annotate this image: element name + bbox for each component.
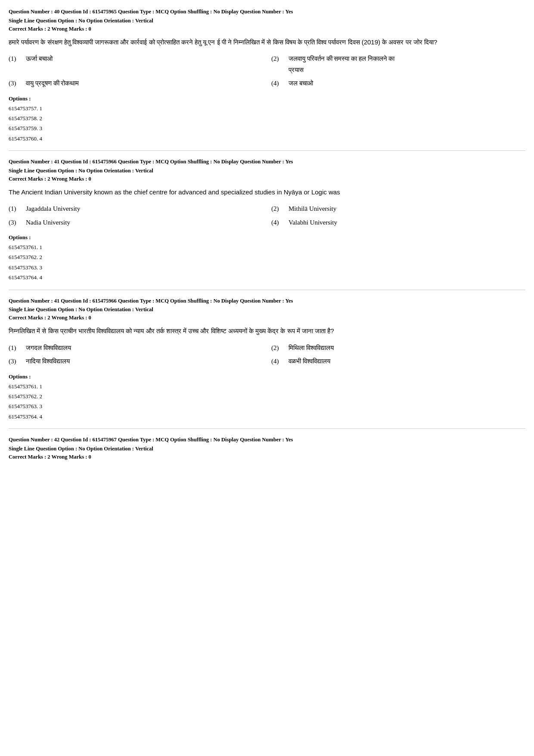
q40-meta-line1: Question Number : 40 Question Id : 61547… xyxy=(9,8,525,16)
q40-option-3-text: वायु प्रदूषण की रोकथाम xyxy=(26,78,79,89)
q40-option-2-num: (2) xyxy=(271,53,283,65)
q41en-ans-1: 6154753761. 1 xyxy=(9,242,525,252)
q41hi-meta-line2: Single Line Question Option : No Option … xyxy=(9,306,525,314)
q42-meta-line1: Question Number : 42 Question Id : 61547… xyxy=(9,436,525,444)
q41hi-ans-1: 6154753761. 1 xyxy=(9,381,525,391)
q40-option-2-text: जलवायु परिवर्तन की समस्या का हल निकालने … xyxy=(289,53,394,75)
q40-correct-marks: Correct Marks : 2 Wrong Marks : 0 xyxy=(9,26,525,32)
q41en-option-2-text: Mithilā University xyxy=(289,203,336,215)
q42-meta-line2: Single Line Question Option : No Option … xyxy=(9,445,525,453)
q40-option-1-num: (1) xyxy=(9,53,21,65)
divider-3 xyxy=(9,428,525,429)
divider-2 xyxy=(9,290,525,290)
q40-options-label: Options : xyxy=(9,95,525,102)
q41hi-options-label: Options : xyxy=(9,373,525,380)
q40-option-4: (4) जल बचाओ xyxy=(271,78,525,89)
q41en-ans-2: 6154753762. 2 xyxy=(9,252,525,262)
q41hi-option-2-text: मिथिला विश्वविद्यालय xyxy=(289,343,334,354)
q40-question-text: हमारे पर्यावरण के संरक्षण हेतु विश्वव्या… xyxy=(9,37,525,48)
question-40: Question Number : 40 Question Id : 61547… xyxy=(9,8,525,144)
q41en-option-3-num: (3) xyxy=(9,217,21,228)
question-41-hi: Question Number : 41 Question Id : 61547… xyxy=(9,297,525,422)
q41hi-option-1: (1) जगदल विश्वविद्यालय xyxy=(9,343,263,354)
question-41-en: Question Number : 41 Question Id : 61547… xyxy=(9,158,525,283)
q41hi-option-2: (2) मिथिला विश्वविद्यालय xyxy=(271,343,525,354)
q41hi-option-4: (4) वळभी विश्वविद्यालय xyxy=(271,356,525,367)
q41hi-option-1-num: (1) xyxy=(9,343,21,354)
q41hi-option-2-num: (2) xyxy=(271,343,283,354)
q41en-options-grid: (1) Jagaddala University (2) Mithilā Uni… xyxy=(9,203,525,228)
q41en-ans-4: 6154753764. 4 xyxy=(9,272,525,282)
q41en-option-4: (4) Valabhi University xyxy=(271,217,525,228)
q41hi-meta-line1: Question Number : 41 Question Id : 61547… xyxy=(9,297,525,305)
q41hi-ans-2: 6154753762. 2 xyxy=(9,391,525,401)
q40-option-1-text: ऊर्जा बचाओ xyxy=(26,53,53,65)
q41hi-answer-options: 6154753761. 1 6154753762. 2 6154753763. … xyxy=(9,381,525,422)
q41en-option-1: (1) Jagaddala University xyxy=(9,203,263,215)
q41en-meta-line2: Single Line Question Option : No Option … xyxy=(9,167,525,175)
q41en-options-label: Options : xyxy=(9,234,525,241)
q41en-option-1-num: (1) xyxy=(9,203,21,215)
q41en-answer-options: 6154753761. 1 6154753762. 2 6154753763. … xyxy=(9,242,525,283)
q40-option-3: (3) वायु प्रदूषण की रोकथाम xyxy=(9,78,263,89)
q41en-option-4-text: Valabhi University xyxy=(289,217,337,228)
q41hi-options-grid: (1) जगदल विश्वविद्यालय (2) मिथिला विश्वव… xyxy=(9,343,525,367)
q40-answer-options: 6154753757. 1 6154753758. 2 6154753759. … xyxy=(9,103,525,144)
q40-option-4-num: (4) xyxy=(271,78,283,89)
q40-option-4-text: जल बचाओ xyxy=(289,78,313,89)
q41en-ans-3: 6154753763. 3 xyxy=(9,262,525,272)
q41hi-option-3-num: (3) xyxy=(9,356,21,367)
q40-ans-4: 6154753760. 4 xyxy=(9,134,525,144)
q41hi-option-1-text: जगदल विश्वविद्यालय xyxy=(26,343,71,354)
q40-ans-3: 6154753759. 3 xyxy=(9,123,525,133)
q41en-correct-marks: Correct Marks : 2 Wrong Marks : 0 xyxy=(9,176,525,182)
q40-option-1: (1) ऊर्जा बचाओ xyxy=(9,53,263,75)
q41en-meta-line1: Question Number : 41 Question Id : 61547… xyxy=(9,158,525,166)
question-42: Question Number : 42 Question Id : 61547… xyxy=(9,436,525,460)
q41hi-question-text: निम्नलिखित में से किस प्राचीन भारतीय विश… xyxy=(9,325,525,337)
q41hi-option-3-text: नादिया विश्वविद्यालय xyxy=(26,356,70,367)
q42-correct-marks: Correct Marks : 2 Wrong Marks : 0 xyxy=(9,454,525,460)
q41en-option-2-num: (2) xyxy=(271,203,283,215)
q40-meta-line2: Single Line Question Option : No Option … xyxy=(9,17,525,25)
q41en-option-1-text: Jagaddala University xyxy=(26,203,80,215)
q41en-option-3: (3) Nadia University xyxy=(9,217,263,228)
q40-ans-2: 6154753758. 2 xyxy=(9,113,525,123)
q41hi-option-4-text: वळभी विश्वविद्यालय xyxy=(289,356,330,367)
q41en-option-2: (2) Mithilā University xyxy=(271,203,525,215)
q40-options-grid: (1) ऊर्जा बचाओ (2) जलवायु परिवर्तन की सम… xyxy=(9,53,525,89)
q40-option-3-num: (3) xyxy=(9,78,21,89)
q40-ans-1: 6154753757. 1 xyxy=(9,103,525,113)
divider-1 xyxy=(9,150,525,151)
q41hi-option-3: (3) नादिया विश्वविद्यालय xyxy=(9,356,263,367)
q41en-option-3-text: Nadia University xyxy=(26,217,70,228)
q41hi-option-4-num: (4) xyxy=(271,356,283,367)
q41en-option-4-num: (4) xyxy=(271,217,283,228)
q41hi-ans-4: 6154753764. 4 xyxy=(9,412,525,422)
q41en-question-text: The Ancient Indian University known as t… xyxy=(9,187,525,198)
q41hi-ans-3: 6154753763. 3 xyxy=(9,401,525,411)
q40-option-2-wrapper: (2) जलवायु परिवर्तन की समस्या का हल निका… xyxy=(271,53,525,75)
q41hi-correct-marks: Correct Marks : 2 Wrong Marks : 0 xyxy=(9,315,525,321)
